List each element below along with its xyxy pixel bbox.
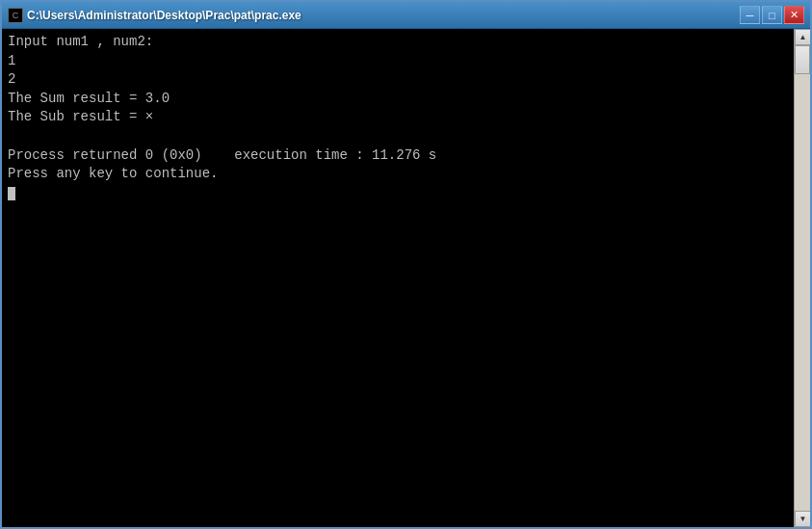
main-window: C C:\Users\Administrator\Desktop\Prac\pa… (0, 0, 812, 529)
scroll-down-button[interactable]: ▼ (795, 511, 810, 527)
scroll-track[interactable] (795, 45, 810, 511)
maximize-button[interactable]: □ (762, 6, 782, 24)
window-body: Input num1 , num2: 1 2 The Sum result = … (2, 29, 810, 527)
scroll-thumb[interactable] (795, 45, 810, 74)
title-bar: C C:\Users\Administrator\Desktop\Prac\pa… (2, 2, 810, 29)
console-output[interactable]: Input num1 , num2: 1 2 The Sum result = … (2, 29, 794, 527)
scroll-up-button[interactable]: ▲ (795, 29, 810, 45)
window-title: C:\Users\Administrator\Desktop\Prac\pat\… (27, 9, 301, 22)
cursor (8, 187, 15, 200)
window-icon: C (8, 8, 23, 23)
title-buttons: ─ □ ✕ (740, 6, 804, 24)
minimize-button[interactable]: ─ (740, 6, 760, 24)
scrollbar[interactable]: ▲ ▼ (794, 29, 810, 527)
title-bar-left: C C:\Users\Administrator\Desktop\Prac\pa… (8, 8, 301, 23)
close-button[interactable]: ✕ (784, 6, 804, 24)
